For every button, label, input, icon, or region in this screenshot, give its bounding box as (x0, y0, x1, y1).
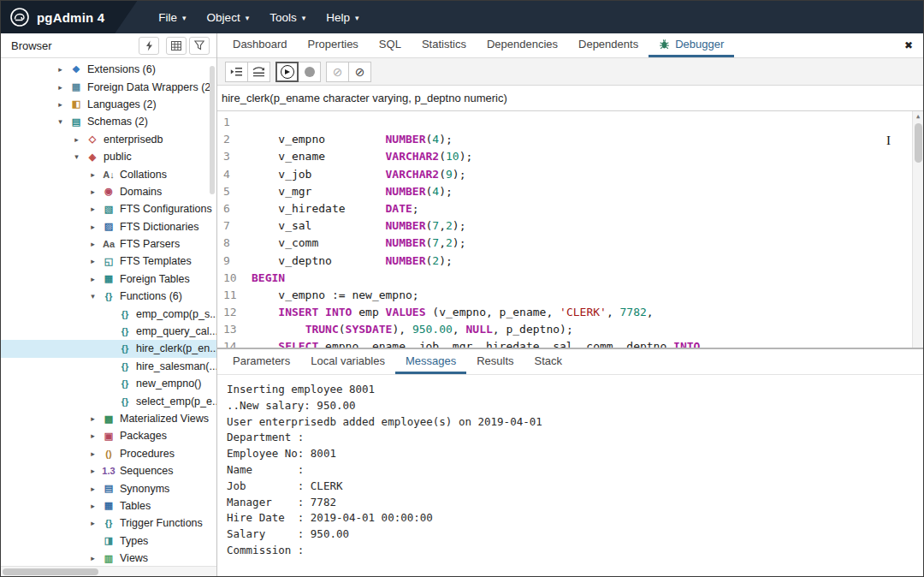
chevron-right-icon[interactable]: ▸ (88, 554, 98, 562)
tree-item-hire-clerk-p-en[interactable]: {}hire_clerk(p_en... (1, 340, 216, 357)
line-number[interactable]: 7 (223, 217, 250, 235)
tab-dependencies[interactable]: Dependencies (477, 33, 568, 57)
tree-item-foreign-data-wrappers-2[interactable]: ▸▦Foreign Data Wrappers (2) (1, 78, 216, 95)
continue-button[interactable] (275, 62, 299, 82)
chevron-right-icon[interactable]: ▸ (56, 65, 65, 74)
menu-tools[interactable]: Tools▾ (260, 6, 315, 29)
line-number[interactable]: 1 (223, 114, 250, 131)
chevron-down-icon[interactable]: ▾ (88, 292, 98, 300)
tab-dependents[interactable]: Dependents (568, 33, 649, 57)
chevron-right-icon[interactable]: ▸ (88, 223, 98, 231)
chevron-right-icon[interactable]: ▸ (88, 449, 98, 458)
tree-item-new-empno[interactable]: {}new_empno() (1, 375, 216, 392)
debugger-tab-results[interactable]: Results (466, 349, 524, 374)
clear-all-breakpoints-button[interactable]: ⊘ (348, 62, 371, 82)
tree-item-fts-configurations[interactable]: ▸▧FTS Configurations (1, 200, 216, 217)
chevron-right-icon[interactable]: ▸ (88, 257, 98, 265)
chevron-right-icon[interactable]: ▸ (56, 83, 65, 92)
tree-item-hire-salesman[interactable]: {}hire_salesman(... (1, 358, 216, 375)
tree-item-foreign-tables[interactable]: ▸▦Foreign Tables (1, 271, 216, 288)
tree-item-fts-templates[interactable]: ▸◱FTS Templates (1, 253, 216, 270)
line-number[interactable]: 12 (223, 304, 250, 321)
tree-item-sequences[interactable]: ▸1.3Sequences (1, 462, 216, 479)
grid-button[interactable] (166, 37, 187, 55)
tree-item-emp-query-cal[interactable]: {}emp_query_cal... (1, 323, 216, 340)
chevron-right-icon[interactable]: ▸ (88, 275, 98, 283)
code-editor[interactable]: 1234567891011121314 v_empno NUMBER(4); v… (217, 111, 923, 348)
chevron-right-icon[interactable]: ▸ (88, 519, 98, 527)
tree-item-public[interactable]: ▾◈public (1, 148, 216, 165)
scrollbar-thumb[interactable] (915, 123, 922, 163)
line-number[interactable]: 13 (223, 321, 250, 338)
line-number[interactable]: 10 (223, 270, 250, 287)
line-number[interactable]: 5 (223, 183, 250, 200)
tree-item-fts-parsers[interactable]: ▸AaFTS Parsers (1, 235, 216, 253)
toggle-breakpoint-button[interactable]: ⊘ (326, 62, 349, 82)
tab-statistics[interactable]: Statistics (412, 33, 477, 57)
step-over-button[interactable] (247, 62, 270, 82)
line-number[interactable]: 11 (223, 287, 250, 304)
editor-gutter[interactable]: 1234567891011121314 (217, 111, 250, 348)
tree-vertical-scrollbar[interactable] (209, 61, 216, 564)
menu-file[interactable]: File▾ (149, 6, 195, 29)
line-number[interactable]: 3 (223, 148, 250, 165)
tree-item-functions-6[interactable]: ▾{}Functions (6) (1, 288, 216, 305)
chevron-right-icon[interactable]: ▸ (88, 431, 98, 440)
stop-button[interactable] (298, 62, 321, 82)
chevron-right-icon[interactable]: ▸ (88, 205, 98, 213)
tree-item-types[interactable]: ◨Types (1, 532, 216, 550)
chevron-right-icon[interactable]: ▸ (88, 170, 98, 179)
editor-scrollbar[interactable]: ▲ (912, 111, 923, 348)
tree-item-schemas-2[interactable]: ▾▤Schemas (2) (1, 113, 216, 130)
tree-item-fts-dictionaries[interactable]: ▸▨FTS Dictionaries (1, 218, 216, 235)
tree-item-enterprisedb[interactable]: ▸◇enterprisedb (1, 131, 216, 148)
line-number[interactable]: 2 (223, 131, 250, 148)
tree-item-tables[interactable]: ▸▦Tables (1, 497, 216, 515)
close-icon[interactable]: ✖ (904, 39, 913, 51)
scrollbar-thumb[interactable] (3, 568, 98, 575)
chevron-right-icon[interactable]: ▸ (88, 467, 98, 475)
tab-debugger[interactable]: Debugger (649, 33, 734, 57)
tree-horizontal-scrollbar[interactable] (1, 566, 216, 576)
chevron-right-icon[interactable]: ▸ (88, 502, 98, 510)
tree-item-domains[interactable]: ▸◉Domains (1, 183, 216, 200)
chevron-right-icon[interactable]: ▸ (72, 135, 81, 144)
debugger-tab-local-variables[interactable]: Local variables (300, 349, 395, 374)
step-into-button[interactable] (225, 62, 248, 82)
tree-item-views[interactable]: ▸▥Views (1, 550, 216, 567)
debugger-tab-parameters[interactable]: Parameters (222, 349, 300, 374)
tree-item-languages-2[interactable]: ▸◧Languages (2) (1, 96, 216, 113)
line-number[interactable]: 4 (223, 166, 250, 183)
debugger-tab-messages[interactable]: Messages (395, 349, 466, 374)
tree-item-emp-comp-p-s[interactable]: {}emp_comp(p_s... (1, 305, 216, 322)
tree-item-trigger-functions[interactable]: ▸{}Trigger Functions (1, 515, 216, 532)
chevron-down-icon[interactable]: ▾ (56, 117, 65, 126)
chevron-right-icon[interactable]: ▸ (88, 240, 98, 248)
scrollbar-thumb[interactable] (210, 66, 215, 194)
tab-properties[interactable]: Properties (298, 33, 369, 57)
line-number[interactable]: 14 (223, 338, 250, 348)
chevron-down-icon[interactable]: ▾ (72, 152, 81, 161)
line-number[interactable]: 8 (223, 235, 250, 252)
chevron-right-icon[interactable]: ▸ (56, 100, 65, 109)
chevron-right-icon[interactable]: ▸ (88, 187, 98, 196)
scroll-up-icon[interactable]: ▲ (913, 111, 923, 122)
tree-item-procedures[interactable]: ▸()Procedures (1, 445, 216, 462)
tree-item-select-emp-p-e[interactable]: {}select_emp(p_e... (1, 392, 216, 409)
line-number[interactable]: 9 (223, 253, 250, 270)
menu-help[interactable]: Help▾ (317, 6, 368, 29)
line-number[interactable]: 6 (223, 200, 250, 217)
menu-object[interactable]: Object▾ (198, 6, 259, 29)
tree-item-materialized-views[interactable]: ▸▩Materialized Views (1, 410, 216, 427)
tree-item-synonyms[interactable]: ▸▤Synonyms (1, 479, 216, 497)
debugger-tab-stack[interactable]: Stack (524, 349, 573, 374)
tab-dashboard[interactable]: Dashboard (222, 33, 298, 57)
chevron-right-icon[interactable]: ▸ (88, 485, 98, 493)
filter-button[interactable] (189, 37, 210, 55)
lightning-button[interactable] (139, 37, 159, 55)
tree-item-collations[interactable]: ▸A↓Collations (1, 165, 216, 182)
tree-item-packages[interactable]: ▸▣Packages (1, 427, 216, 444)
chevron-right-icon[interactable]: ▸ (88, 414, 98, 423)
tree-item-extensions-6[interactable]: ▸❖Extensions (6) (1, 61, 216, 78)
tab-sql[interactable]: SQL (369, 33, 412, 57)
